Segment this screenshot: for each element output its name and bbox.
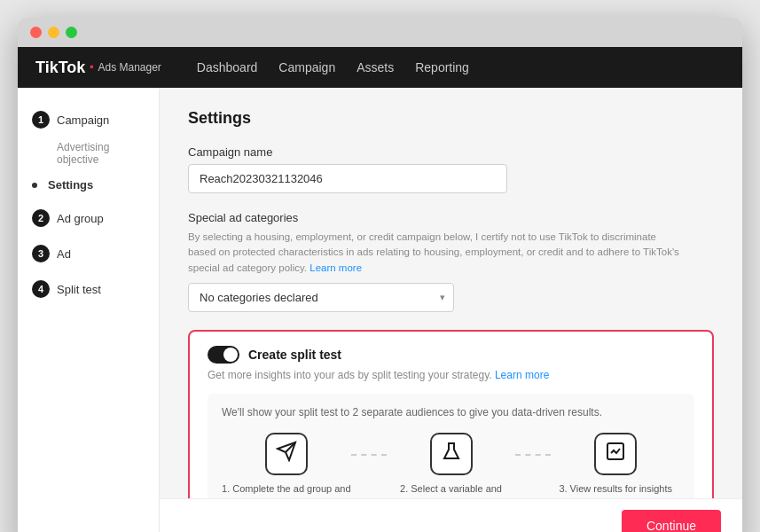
step-1-icon — [276, 441, 297, 467]
split-test-desc: Get more insights into your ads by split… — [208, 369, 694, 381]
sidebar-item-settings[interactable]: Settings — [18, 169, 159, 200]
step-1-icon-wrap — [265, 433, 308, 475]
special-ad-categories-group: Special ad categories By selecting a hou… — [188, 211, 714, 312]
special-ad-learn-more[interactable]: Learn more — [309, 262, 362, 273]
special-ad-desc: By selecting a housing, employment, or c… — [188, 230, 685, 276]
sidebar-label-splittest: Split test — [57, 283, 101, 296]
sidebar-sub-advertising: Advertising objective — [18, 137, 159, 169]
toggle-knob — [223, 348, 238, 362]
logo-dot: · — [89, 58, 94, 77]
sidebar-item-splittest[interactable]: 4 Split test — [18, 271, 159, 307]
split-test-header: Create split test — [208, 346, 694, 364]
app-window: TikTok · Ads Manager Dashboard Campaign … — [18, 18, 742, 532]
page-title: Settings — [188, 109, 714, 128]
nav-reporting[interactable]: Reporting — [415, 57, 469, 78]
sidebar-label-adgroup: Ad group — [57, 212, 104, 225]
special-ad-select-wrapper: No categories declared ▾ — [188, 283, 454, 312]
step-num-3: 3 — [32, 245, 50, 262]
nav-items: Dashboard Campaign Assets Reporting — [197, 57, 469, 78]
split-test-title: Create split test — [248, 348, 341, 362]
step-connector-1 — [351, 454, 387, 456]
logo: TikTok · Ads Manager — [35, 58, 161, 77]
step-2-icon — [441, 441, 462, 467]
sidebar-item-ad[interactable]: 3 Ad — [18, 236, 159, 271]
step-2-icon-wrap — [430, 433, 473, 475]
campaign-name-input[interactable] — [188, 164, 507, 193]
logo-subtitle: Ads Manager — [98, 61, 161, 74]
sidebar-item-adgroup[interactable]: 2 Ad group — [18, 200, 159, 236]
settings-dot-icon — [32, 183, 37, 188]
campaign-name-group: Campaign name — [188, 145, 714, 193]
main-content: Settings Campaign name Special ad catego… — [160, 88, 742, 532]
special-ad-select[interactable]: No categories declared — [188, 283, 454, 312]
logo-tiktok: TikTok — [35, 59, 85, 77]
split-test-learn-more[interactable]: Learn more — [495, 369, 549, 381]
step-3-icon-wrap — [594, 433, 637, 475]
sidebar-label-settings: Settings — [48, 178, 93, 192]
sidebar-label-campaign: Campaign — [57, 113, 109, 127]
split-test-toggle[interactable] — [208, 346, 239, 364]
campaign-name-label: Campaign name — [188, 145, 714, 159]
nav-dashboard[interactable]: Dashboard — [197, 57, 258, 78]
footer-bar: Continue — [160, 498, 742, 532]
window-chrome — [18, 18, 742, 47]
sidebar-label-ad: Ad — [57, 247, 71, 261]
maximize-button[interactable] — [66, 27, 77, 38]
main-layout: 1 Campaign Advertising objective Setting… — [18, 88, 742, 532]
step-3-icon — [605, 441, 626, 467]
special-ad-label: Special ad categories — [188, 211, 714, 224]
top-nav: TikTok · Ads Manager Dashboard Campaign … — [18, 47, 742, 88]
continue-button[interactable]: Continue — [622, 510, 721, 532]
nav-campaign[interactable]: Campaign — [278, 57, 335, 78]
step-num-2: 2 — [32, 209, 50, 227]
split-info-text: We'll show your split test to 2 separate… — [222, 406, 680, 419]
nav-assets[interactable]: Assets — [356, 57, 394, 78]
step-num-1: 1 — [32, 111, 50, 129]
step-num-4: 4 — [32, 280, 50, 298]
step-connector-2 — [515, 454, 551, 456]
sidebar: 1 Campaign Advertising objective Setting… — [18, 88, 160, 532]
close-button[interactable] — [30, 27, 42, 38]
sidebar-item-campaign[interactable]: 1 Campaign — [18, 102, 159, 137]
minimize-button[interactable] — [48, 27, 59, 38]
